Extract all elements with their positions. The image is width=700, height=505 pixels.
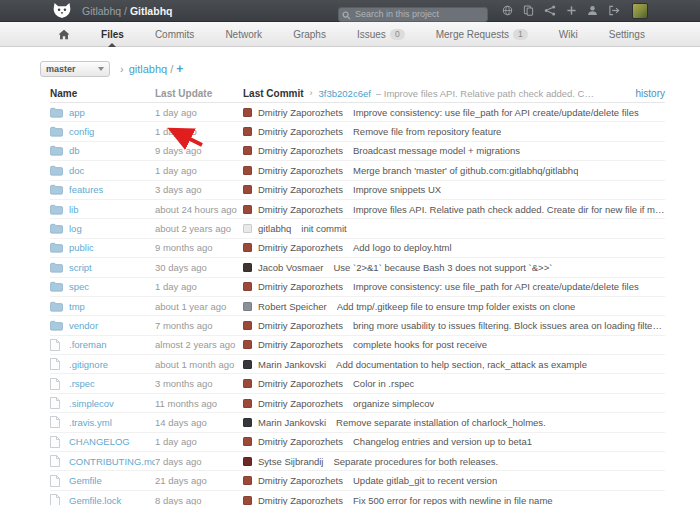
table-row: config 1 day ago Dmitriy Zaporozhets Rem… xyxy=(50,122,665,141)
commit-sha-link[interactable]: 3f3b202c6ef xyxy=(319,88,371,99)
commit-message-link[interactable]: Update gitlab_git to recent version xyxy=(353,475,497,486)
commit-author-avatar xyxy=(243,185,252,194)
commit-message-link[interactable]: Fix 500 error for repos with newline in … xyxy=(353,495,553,505)
commit-author-name: Dmitriy Zaporozhets xyxy=(258,436,343,447)
commit-message-link[interactable]: Improve files API. Relative path check a… xyxy=(353,204,665,215)
file-name-link[interactable]: vendor xyxy=(69,320,98,331)
last-update-text: 1 day ago xyxy=(155,107,243,118)
new-project-plus-icon[interactable] xyxy=(566,5,577,16)
commit-message-link[interactable]: Changelog entries and version up to beta… xyxy=(353,436,532,447)
breadcrumb-repo-link[interactable]: gitlabhq xyxy=(129,63,168,75)
folder-icon xyxy=(50,204,63,215)
commit-message-link[interactable]: Improve snippets UX xyxy=(353,184,441,195)
file-name-link[interactable]: db xyxy=(69,145,80,156)
nav-tab-settings[interactable]: Settings xyxy=(609,22,645,47)
gitlab-logo[interactable] xyxy=(50,0,74,22)
commit-message-link[interactable]: Remove separate installation of charlock… xyxy=(336,417,546,428)
file-name-link[interactable]: spec xyxy=(69,281,89,292)
last-update-text: about 2 years ago xyxy=(155,223,243,234)
project-name[interactable]: Gitlabhq xyxy=(130,5,173,17)
commit-message-link[interactable]: Add logo to deploy.html xyxy=(353,242,452,253)
commit-author-avatar xyxy=(243,302,252,311)
file-name-link[interactable]: features xyxy=(69,184,103,195)
last-update-text: about 1 month ago xyxy=(155,359,243,370)
commit-author-avatar xyxy=(243,399,252,408)
commit-message-link[interactable]: bring more usability to issues filtering… xyxy=(353,320,665,331)
file-name-link[interactable]: CHANGELOG xyxy=(69,436,130,447)
globe-icon[interactable] xyxy=(502,5,513,16)
nav-tab-merge-requests[interactable]: Merge Requests 1 xyxy=(436,22,528,47)
last-update-text: 8 days ago xyxy=(155,495,243,505)
file-name-link[interactable]: public xyxy=(69,242,94,253)
nav-tab-graphs[interactable]: Graphs xyxy=(293,22,326,47)
commit-message-link[interactable]: Remove file from repository feature xyxy=(353,126,501,137)
file-name-link[interactable]: tmp xyxy=(69,301,85,312)
commit-author-avatar xyxy=(243,360,252,369)
nav-tab-home[interactable] xyxy=(58,22,70,47)
commit-author-name: Dmitriy Zaporozhets xyxy=(258,378,343,389)
file-name-link[interactable]: script xyxy=(69,262,92,273)
file-icon xyxy=(50,494,60,505)
file-name-link[interactable]: CONTRIBUTING.md xyxy=(69,456,155,467)
profile-user-icon[interactable] xyxy=(587,5,598,16)
nav-tab-commits[interactable]: Commits xyxy=(155,22,194,47)
fork-network-icon[interactable] xyxy=(544,5,556,16)
file-name-link[interactable]: .travis.yml xyxy=(69,417,112,428)
file-name-link[interactable]: lib xyxy=(69,204,79,215)
commit-message-link[interactable]: Use `2>&1` because Bash 3 does not suppo… xyxy=(333,262,552,273)
file-name-link[interactable]: Gemfile.lock xyxy=(69,495,121,505)
top-bar-icons xyxy=(502,5,620,16)
new-file-plus-link[interactable]: + xyxy=(176,62,183,76)
commit-message-link[interactable]: init commit xyxy=(301,223,346,234)
file-name-link[interactable]: .foreman xyxy=(69,339,107,350)
nav-tab-issues[interactable]: Issues 0 xyxy=(357,22,405,47)
commit-author-avatar xyxy=(243,108,252,117)
commit-message-link[interactable]: Color in .rspec xyxy=(353,378,414,389)
search-icon xyxy=(342,6,351,24)
folder-icon xyxy=(50,281,63,292)
file-name-link[interactable]: .simplecov xyxy=(69,398,114,409)
folder-icon xyxy=(50,262,63,273)
commit-message-link[interactable]: Improve consistency: use file_path for A… xyxy=(353,281,639,292)
nav-tab-label: Graphs xyxy=(293,29,326,40)
wolf-logo-icon xyxy=(52,2,72,19)
history-link[interactable]: history xyxy=(636,88,665,99)
commit-message-link[interactable]: organize simplecov xyxy=(353,398,434,409)
branch-selector[interactable]: master xyxy=(40,61,110,77)
project-group[interactable]: Gitlabhq xyxy=(82,5,121,17)
commit-author-name: Dmitriy Zaporozhets xyxy=(258,145,343,156)
last-update-text: 9 days ago xyxy=(155,145,243,156)
file-name-link[interactable]: config xyxy=(69,126,94,137)
file-icon xyxy=(50,378,60,390)
nav-tab-wiki[interactable]: Wiki xyxy=(559,22,578,47)
commit-message-link[interactable]: Improve consistency: use file_path for A… xyxy=(353,107,639,118)
title-separator: / xyxy=(124,5,127,17)
file-name-link[interactable]: app xyxy=(69,107,85,118)
project-title: Gitlabhq / Gitlabhq xyxy=(82,5,172,17)
last-update-text: 1 day ago xyxy=(155,281,243,292)
nav-tab-badge: 1 xyxy=(513,29,528,40)
commit-message-link[interactable]: Merge branch 'master' of github.com:gitl… xyxy=(353,165,578,176)
table-row: .foreman almost 2 years ago Dmitriy Zapo… xyxy=(50,336,665,355)
commit-message-link[interactable]: complete hooks for post receive xyxy=(353,339,487,350)
file-name-link[interactable]: log xyxy=(69,223,82,234)
nav-tab-label: Issues xyxy=(357,29,386,40)
nav-tab-files[interactable]: Files xyxy=(101,22,124,47)
user-avatar[interactable] xyxy=(632,3,648,19)
file-name-link[interactable]: doc xyxy=(69,165,84,176)
nav-tab-network[interactable]: Network xyxy=(225,22,262,47)
logout-icon[interactable] xyxy=(608,5,620,16)
search-input[interactable] xyxy=(338,7,488,22)
last-update-text: 1 day ago xyxy=(155,126,243,137)
table-row: log about 2 years ago gitlabhq init comm… xyxy=(50,219,665,238)
commit-message-link[interactable]: Add tmp/.gitkeep file to ensure tmp fold… xyxy=(337,301,576,312)
table-row: script 30 days ago Jacob Vosmaer Use `2>… xyxy=(50,258,665,277)
folder-icon xyxy=(50,320,63,331)
commit-message-link[interactable]: Add documentation to help section, rack_… xyxy=(336,359,587,370)
clipboard-icon[interactable] xyxy=(523,5,534,16)
file-name-link[interactable]: Gemfile xyxy=(69,475,102,486)
file-name-link[interactable]: .rspec xyxy=(69,378,95,389)
commit-message-link[interactable]: Broadcast message model + migrations xyxy=(353,145,520,156)
file-name-link[interactable]: .gitignore xyxy=(69,359,108,370)
commit-message-link[interactable]: Separate procedures for both releases. xyxy=(333,456,498,467)
